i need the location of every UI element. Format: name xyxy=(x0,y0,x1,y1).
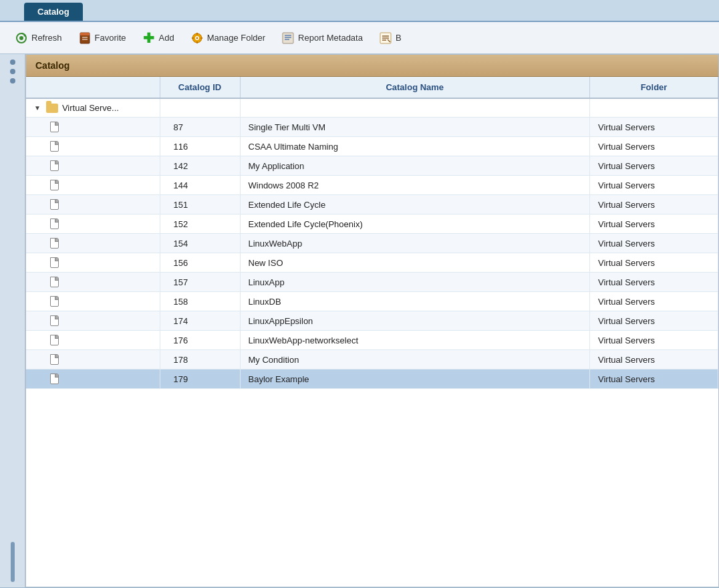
left-dot-3 xyxy=(10,78,15,84)
table-row[interactable]: 179Baylor ExampleVirtual Servers xyxy=(26,370,718,389)
tree-cell xyxy=(26,311,160,331)
name-cell: Extended Life Cycle xyxy=(240,195,590,214)
table-row[interactable]: 87Single Tier Multi VMVirtual Servers xyxy=(26,118,718,137)
table-header-row: Catalog ID Catalog Name Folder xyxy=(26,77,718,98)
id-cell: 157 xyxy=(160,273,240,292)
doc-icon xyxy=(50,354,59,365)
add-label: Add xyxy=(159,33,174,43)
col-tree[interactable] xyxy=(26,77,160,98)
catalog-panel: Catalog Catalog ID Catalog Name Folder xyxy=(25,54,719,587)
folder-cell: Virtual Servers xyxy=(590,137,718,156)
svg-point-9 xyxy=(196,37,198,39)
doc-icon xyxy=(50,277,59,287)
name-cell: Baylor Example xyxy=(240,370,590,389)
expand-icon[interactable]: ▼ xyxy=(34,104,41,112)
table-row[interactable]: 144Windows 2008 R2Virtual Servers xyxy=(26,176,718,195)
folder-cell: Virtual Servers xyxy=(590,370,718,389)
extra-button[interactable]: B xyxy=(372,29,408,47)
tree-cell xyxy=(26,118,160,137)
manage-folder-icon xyxy=(190,31,204,45)
doc-icon xyxy=(50,257,59,268)
catalog-panel-header: Catalog xyxy=(26,55,718,77)
id-cell: 174 xyxy=(160,311,240,331)
table-row[interactable]: ▼ Virtual Serve... xyxy=(26,98,718,118)
doc-icon xyxy=(50,141,59,152)
folder-cell: Virtual Servers xyxy=(590,331,718,350)
refresh-button[interactable]: Refresh xyxy=(8,29,69,47)
id-cell: 151 xyxy=(160,195,240,214)
tree-cell xyxy=(26,156,160,176)
folder-cell: Virtual Servers xyxy=(590,118,718,137)
left-panel xyxy=(0,54,25,587)
table-row[interactable]: 142My ApplicationVirtual Servers xyxy=(26,156,718,176)
report-metadata-icon xyxy=(281,31,295,45)
doc-icon xyxy=(50,374,59,384)
toolbar: Refresh Favorite ✚ Add xyxy=(0,22,719,54)
folder-cell: Virtual Servers xyxy=(590,214,718,234)
svg-rect-4 xyxy=(80,33,90,35)
table-row[interactable]: 151Extended Life CycleVirtual Servers xyxy=(26,195,718,214)
name-cell: LinuxAppEpsilon xyxy=(240,311,590,331)
refresh-icon xyxy=(15,31,28,45)
doc-icon xyxy=(50,160,59,171)
tree-cell xyxy=(26,273,160,292)
table-row[interactable]: 158LinuxDBVirtual Servers xyxy=(26,292,718,311)
id-cell: 176 xyxy=(160,331,240,350)
table-row[interactable]: 157LinuxAppVirtual Servers xyxy=(26,273,718,292)
id-cell: 87 xyxy=(160,118,240,137)
id-cell xyxy=(160,98,240,118)
favorite-button[interactable]: Favorite xyxy=(71,29,133,47)
doc-icon xyxy=(50,218,59,229)
catalog-table: Catalog ID Catalog Name Folder ▼ Virtual… xyxy=(26,77,718,389)
left-dot-1 xyxy=(10,59,15,65)
folder-cell: Virtual Servers xyxy=(590,156,718,176)
table-row[interactable]: 176LinuxWebApp-networkselectVirtual Serv… xyxy=(26,331,718,350)
doc-icon xyxy=(50,335,59,345)
manage-folder-button[interactable]: Manage Folder xyxy=(184,29,272,47)
tab-bar: Catalog xyxy=(0,0,719,22)
folder-cell: Virtual Servers xyxy=(590,234,718,253)
table-row[interactable]: 154LinuxWebAppVirtual Servers xyxy=(26,234,718,253)
tree-cell xyxy=(26,350,160,370)
name-cell: LinuxDB xyxy=(240,292,590,311)
name-cell: Single Tier Multi VM xyxy=(240,118,590,137)
tree-cell xyxy=(26,214,160,234)
doc-icon xyxy=(50,238,59,249)
report-metadata-button[interactable]: Report Metadata xyxy=(275,29,370,47)
tree-cell xyxy=(26,234,160,253)
catalog-table-container[interactable]: Catalog ID Catalog Name Folder ▼ Virtual… xyxy=(26,77,718,587)
folder-label: Virtual Serve... xyxy=(62,103,119,113)
refresh-label: Refresh xyxy=(31,33,62,43)
tree-cell xyxy=(26,195,160,214)
tree-cell xyxy=(26,370,160,389)
add-button[interactable]: ✚ Add xyxy=(136,29,181,47)
folder-cell: Virtual Servers xyxy=(590,292,718,311)
table-row[interactable]: 174LinuxAppEpsilonVirtual Servers xyxy=(26,311,718,331)
favorite-label: Favorite xyxy=(95,33,126,43)
folder-cell: Virtual Servers xyxy=(590,253,718,273)
name-cell: Extended Life Cycle(Phoenix) xyxy=(240,214,590,234)
table-row[interactable]: 156New ISOVirtual Servers xyxy=(26,253,718,273)
drag-handle[interactable] xyxy=(11,542,15,582)
col-folder[interactable]: Folder xyxy=(590,77,718,98)
doc-icon xyxy=(50,315,59,326)
extra-label: B xyxy=(396,33,402,43)
col-catalog-id[interactable]: Catalog ID xyxy=(160,77,240,98)
manage-folder-label: Manage Folder xyxy=(207,33,265,43)
favorite-icon xyxy=(78,31,92,45)
table-row[interactable]: 178My ConditionVirtual Servers xyxy=(26,350,718,370)
catalog-tab[interactable]: Catalog xyxy=(24,3,83,21)
folder-cell: Virtual Servers xyxy=(590,195,718,214)
table-row[interactable]: 116CSAA Ultimate NamingVirtual Servers xyxy=(26,137,718,156)
svg-point-2 xyxy=(19,36,23,40)
table-row[interactable]: 152Extended Life Cycle(Phoenix)Virtual S… xyxy=(26,214,718,234)
tree-cell: ▼ Virtual Serve... xyxy=(26,98,160,118)
name-cell: LinuxApp xyxy=(240,273,590,292)
left-dot-2 xyxy=(10,69,15,74)
id-cell: 142 xyxy=(160,156,240,176)
doc-icon xyxy=(50,122,59,132)
svg-rect-14 xyxy=(283,33,293,43)
col-catalog-name[interactable]: Catalog Name xyxy=(240,77,590,98)
id-cell: 179 xyxy=(160,370,240,389)
tree-cell xyxy=(26,253,160,273)
